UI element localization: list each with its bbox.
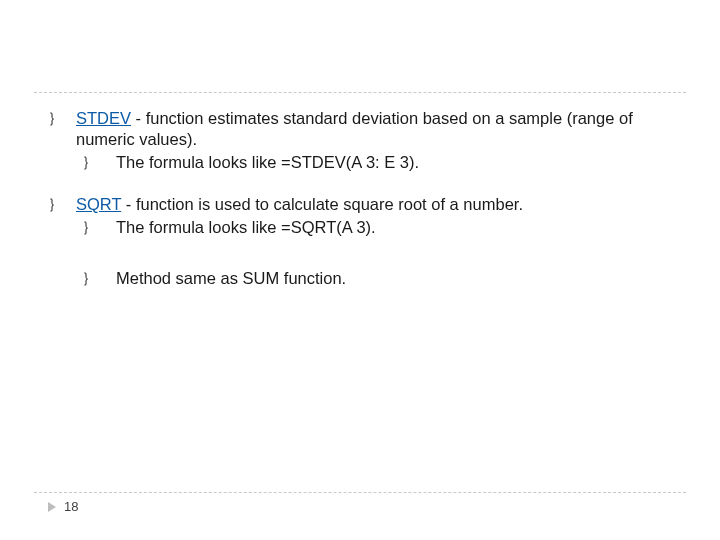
sub-text: Method same as SUM function. — [116, 268, 674, 289]
bullet-body: SQRT - function is used to calculate squ… — [76, 194, 674, 288]
sub-text: The formula looks like =STDEV(A 3: E 3). — [116, 152, 674, 173]
func-name-stdev: STDEV — [76, 109, 131, 127]
footer: 18 — [48, 499, 78, 514]
bullet-icon: ｝ — [76, 217, 116, 237]
bullet-icon: ｝ — [76, 152, 116, 172]
bullet-sqrt: ｝ SQRT - function is used to calculate s… — [48, 194, 674, 288]
func-name-sqrt: SQRT — [76, 195, 121, 213]
divider-bottom — [34, 492, 686, 493]
slide: ｝ STDEV - function estimates standard de… — [0, 0, 720, 540]
page-number: 18 — [64, 499, 78, 514]
bullet-icon: ｝ — [48, 194, 76, 214]
func-desc-sqrt: - function is used to calculate square r… — [121, 195, 523, 213]
func-desc-stdev: - function estimates standard deviation … — [76, 109, 633, 148]
pager-triangle-icon — [48, 502, 56, 512]
content-area: ｝ STDEV - function estimates standard de… — [48, 108, 674, 311]
sub-bullet-sqrt-formula: ｝ The formula looks like =SQRT(A 3). — [76, 217, 674, 238]
bullet-stdev: ｝ STDEV - function estimates standard de… — [48, 108, 674, 172]
bullet-body: STDEV - function estimates standard devi… — [76, 108, 674, 172]
bullet-icon: ｝ — [76, 268, 116, 288]
sub-bullet-stdev-formula: ｝ The formula looks like =STDEV(A 3: E 3… — [76, 152, 674, 173]
bullet-icon: ｝ — [48, 108, 76, 128]
sub-bullet-sqrt-method: ｝ Method same as SUM function. — [76, 268, 674, 289]
sub-text: The formula looks like =SQRT(A 3). — [116, 217, 674, 238]
divider-top — [34, 92, 686, 93]
